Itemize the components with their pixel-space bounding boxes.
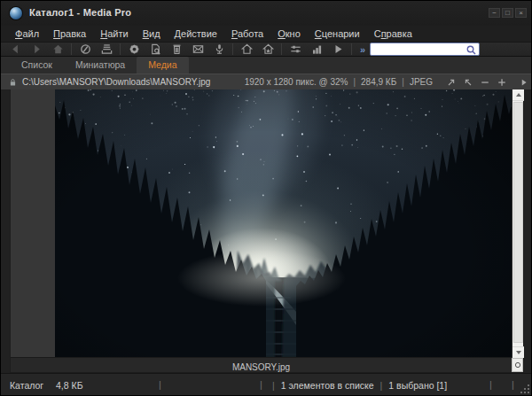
file-path: C:\Users\MANSORY\Downloads\MANSORY.jpg: [22, 77, 210, 87]
toolbar-separator: [71, 43, 72, 55]
menu-bar: Файл Правка Найти Вид Действие Работа Ок…: [1, 26, 532, 42]
scroll-down-icon[interactable]: [512, 346, 524, 358]
email-icon[interactable]: [187, 42, 208, 57]
catalog-home-icon[interactable]: [236, 42, 257, 57]
menu-work[interactable]: Работа: [224, 27, 270, 41]
catalog-label: Каталог: [10, 380, 43, 391]
file-size: 284,9 КБ: [361, 77, 396, 87]
next-media-icon[interactable]: [518, 76, 529, 89]
toolbar-separator: [232, 43, 233, 55]
tab-media[interactable]: Медиа: [137, 57, 188, 74]
catalog-favorites-icon[interactable]: [257, 42, 278, 57]
media-view-panel: MANSORY.jpg: [10, 89, 524, 373]
settings-gear-icon[interactable]: [123, 42, 145, 57]
media-pro-window: Каталог1 - Media Pro − □ × Файл Правка Н…: [0, 0, 532, 396]
vignette: [55, 89, 513, 358]
selected-count: 1 выбрано [1]: [388, 380, 447, 391]
media-preview-photo: [55, 89, 513, 358]
minimize-button[interactable]: −: [489, 8, 500, 18]
menu-view[interactable]: Вид: [136, 27, 168, 41]
media-caption: MANSORY.jpg: [232, 362, 290, 372]
caption-bar: MANSORY.jpg: [11, 357, 512, 372]
tab-list[interactable]: Список: [10, 57, 64, 74]
toolbar-separator: [120, 43, 121, 55]
path-bar: C:\Users\MANSORY\Downloads\MANSORY.jpg 1…: [1, 74, 532, 89]
slideshow-icon[interactable]: [74, 42, 96, 57]
list-count: 1 элементов в списке: [281, 380, 374, 391]
play-icon[interactable]: [327, 42, 348, 57]
menu-scripts[interactable]: Сценарии: [308, 27, 367, 41]
image-dimensions: 1920 x 1280 пикс. @ 32%: [245, 77, 348, 87]
menu-edit[interactable]: Правка: [46, 27, 93, 41]
forward-icon[interactable]: [26, 42, 47, 57]
menu-help[interactable]: Справка: [367, 27, 419, 41]
tab-thumbnail[interactable]: Миниатюра: [64, 57, 137, 74]
search-input[interactable]: [372, 43, 465, 55]
arrow-up-right-icon[interactable]: [445, 76, 457, 89]
menu-action[interactable]: Действие: [168, 27, 224, 41]
lock-icon: [8, 77, 18, 88]
scroll-up-icon[interactable]: [512, 89, 524, 101]
main-toolbar: »: [1, 42, 532, 57]
organize-icon[interactable]: [285, 42, 306, 57]
catalog-size: 4,8 КБ: [56, 380, 83, 391]
trash-icon[interactable]: [166, 42, 187, 57]
zoom-in-icon[interactable]: [496, 76, 507, 89]
back-icon[interactable]: [4, 42, 26, 57]
menu-file[interactable]: Файл: [8, 27, 46, 41]
close-button[interactable]: ×: [515, 8, 527, 18]
find-original-icon[interactable]: [145, 42, 166, 57]
view-tab-bar: Список Миниатюра Медиа: [1, 57, 532, 74]
window-title: Каталог1 - Media Pro: [29, 7, 131, 18]
vertical-scrollbar[interactable]: [512, 89, 523, 358]
menu-window[interactable]: Окно: [270, 27, 308, 41]
arrow-up-left-icon[interactable]: [462, 76, 473, 89]
rotate-view-button[interactable]: [512, 358, 523, 372]
overflow-chevron-icon[interactable]: »: [360, 44, 365, 55]
home-icon[interactable]: [47, 42, 68, 57]
statistics-icon[interactable]: [306, 42, 327, 57]
resize-grip[interactable]: [520, 384, 530, 394]
app-logo-icon: [10, 7, 22, 19]
status-bar: Каталог 4,8 КБ | | | 1 элементов в списк…: [1, 373, 532, 396]
menu-find[interactable]: Найти: [93, 27, 135, 41]
title-bar: Каталог1 - Media Pro − □ ×: [1, 1, 532, 26]
toolbar-separator: [351, 43, 352, 55]
rotate-icon: [513, 361, 522, 369]
voice-annotation-icon[interactable]: [208, 42, 230, 57]
zoom-out-icon[interactable]: [479, 76, 490, 89]
file-format: JPEG: [410, 77, 433, 87]
print-list-icon[interactable]: [96, 42, 117, 57]
toolbar-separator: [281, 43, 282, 55]
scrollbar-thumb[interactable]: [513, 102, 523, 343]
restore-button[interactable]: □: [502, 8, 513, 18]
search-icon: [466, 44, 477, 56]
search-box[interactable]: [370, 43, 480, 56]
